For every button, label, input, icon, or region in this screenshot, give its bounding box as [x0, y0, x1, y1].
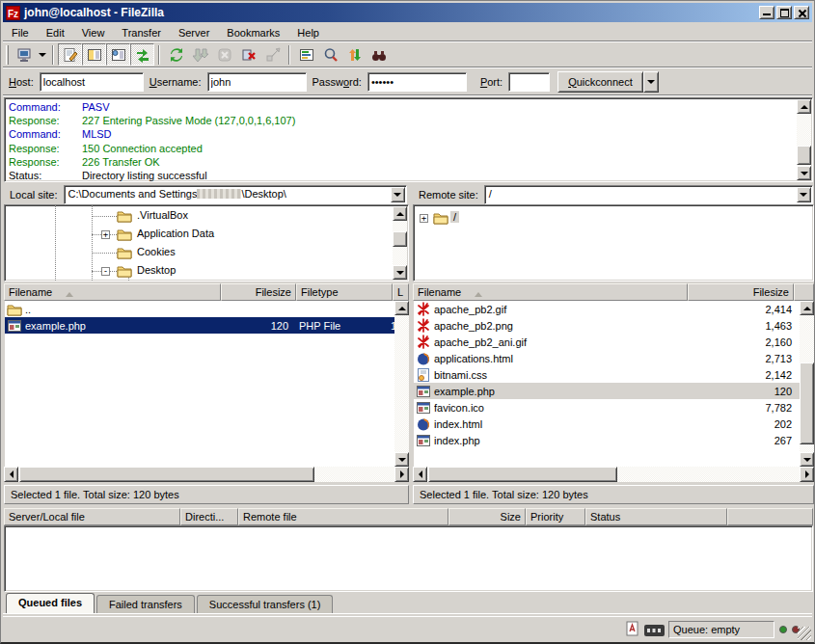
toggle-queue-button[interactable] [130, 43, 154, 66]
refresh-button[interactable] [164, 43, 188, 66]
toolbar-grip[interactable] [6, 45, 9, 65]
file-row[interactable]: index.html202 [414, 416, 800, 432]
directory-filter-button[interactable] [294, 43, 318, 66]
column-header-priority[interactable]: Priority [526, 508, 585, 525]
file-row[interactable]: apache_pb2_ani.gif2,160 [414, 334, 800, 350]
quickconnect-button[interactable]: Quickconnect [557, 71, 643, 93]
column-header-filesize[interactable]: Filesize [221, 283, 296, 301]
indicator-badge-icon[interactable] [644, 625, 665, 638]
scroll-right-button[interactable] [800, 467, 814, 482]
quickconnect-dropdown[interactable] [643, 71, 659, 93]
local-list-hscrollbar[interactable] [4, 467, 409, 482]
scroll-up-button[interactable] [800, 301, 814, 315]
menu-transfer[interactable]: Transfer [113, 25, 170, 40]
expand-icon[interactable]: + [420, 214, 428, 223]
menu-edit[interactable]: Edit [38, 25, 73, 40]
tree-item-desktop[interactable]: - Desktop [5, 263, 408, 280]
folder-icon [433, 210, 448, 226]
file-row[interactable]: index.php267 [414, 432, 800, 448]
title-bar[interactable]: Fz john@localhost - FileZilla [3, 3, 812, 22]
menu-server[interactable]: Server [170, 25, 218, 40]
scroll-up-button[interactable] [393, 206, 407, 221]
local-tree-scrollbar[interactable] [393, 206, 407, 280]
tab-successful-transfers[interactable]: Successful transfers (1) [197, 595, 334, 613]
column-header-filetype[interactable]: Filetype [296, 283, 393, 301]
expand-icon[interactable]: + [101, 230, 110, 239]
reconnect-button[interactable] [260, 43, 285, 66]
menu-bookmarks[interactable]: Bookmarks [218, 25, 288, 40]
scroll-right-button[interactable] [394, 467, 409, 482]
column-header-filesize[interactable]: Filesize [688, 283, 794, 301]
file-row[interactable]: apache_pb2.gif2,414 [414, 301, 800, 317]
file-row-parent[interactable]: .. [5, 301, 394, 317]
menu-file[interactable]: File [3, 25, 38, 40]
compare-directories-button[interactable] [318, 43, 342, 66]
column-header-server-local-file[interactable]: Server/Local file [4, 508, 180, 525]
file-row-selected[interactable]: example.php120 [414, 383, 800, 399]
menu-view[interactable]: View [73, 25, 114, 40]
disconnect-button[interactable] [236, 43, 260, 66]
collapse-icon[interactable]: - [101, 267, 110, 276]
scroll-thumb[interactable] [428, 467, 617, 482]
queue-tabs: Queued files Failed transfers Successful… [3, 593, 812, 614]
scroll-down-button[interactable] [797, 166, 811, 180]
local-site-combo[interactable]: C:\Documents and Settings\Desktop\ [64, 185, 407, 204]
local-site-dropdown[interactable] [391, 187, 405, 202]
tree-item-application-data[interactable]: + Application Data [5, 227, 408, 243]
column-header-direction[interactable]: Directi... [180, 508, 238, 525]
tree-item-cookies[interactable]: Cookies [5, 245, 408, 261]
cancel-button[interactable] [212, 43, 236, 66]
toggle-log-button[interactable] [58, 43, 82, 66]
tab-queued-files[interactable]: Queued files [6, 593, 95, 613]
close-button[interactable] [794, 6, 809, 19]
toggle-remote-tree-button[interactable] [106, 43, 130, 66]
minimize-button[interactable] [759, 6, 774, 19]
tree-item-root[interactable]: + / [414, 210, 813, 227]
find-files-button[interactable] [367, 43, 391, 66]
scroll-thumb[interactable] [797, 146, 811, 165]
password-input[interactable] [367, 72, 467, 92]
process-queue-button[interactable] [188, 43, 212, 66]
file-row[interactable]: apache_pb2.png1,463 [414, 317, 800, 334]
menu-help[interactable]: Help [288, 25, 328, 40]
file-row[interactable]: bitnami.css2,142 [414, 366, 800, 383]
scroll-down-button[interactable] [393, 265, 407, 280]
remote-list-hscrollbar[interactable] [413, 467, 814, 482]
file-row[interactable]: favicon.ico7,782 [414, 399, 800, 416]
remote-list-vscrollbar[interactable] [800, 301, 814, 467]
scroll-down-button[interactable] [800, 452, 814, 467]
synchronized-browsing-button[interactable] [342, 43, 367, 66]
column-header-filename[interactable]: Filename [413, 283, 688, 301]
local-list-vscrollbar[interactable] [394, 301, 409, 467]
scroll-up-button[interactable] [394, 301, 409, 315]
site-manager-button[interactable] [12, 43, 36, 66]
file-row[interactable]: applications.html2,713 [414, 350, 800, 366]
column-header-status[interactable]: Status [585, 508, 727, 525]
data-type-icon[interactable] [626, 621, 639, 639]
resize-grip[interactable] [798, 627, 811, 640]
column-header-filename[interactable]: Filename [4, 283, 221, 301]
column-header-modified[interactable]: L [393, 283, 409, 301]
scroll-thumb[interactable] [19, 467, 314, 482]
remote-site-label: Remote site: [413, 189, 484, 201]
remote-site-combo[interactable]: / [484, 185, 813, 204]
username-input[interactable] [207, 72, 307, 92]
column-header-remote-file[interactable]: Remote file [238, 508, 448, 525]
maximize-button[interactable] [776, 6, 792, 19]
scroll-thumb[interactable] [800, 362, 814, 444]
file-row-selected[interactable]: example.php 120 PHP File 1 [5, 317, 394, 334]
scroll-up-button[interactable] [797, 99, 811, 114]
site-manager-dropdown[interactable] [36, 43, 48, 66]
column-header-size[interactable]: Size [448, 508, 526, 525]
tab-failed-transfers[interactable]: Failed transfers [96, 595, 195, 613]
log-scrollbar[interactable] [797, 99, 811, 180]
scroll-thumb[interactable] [393, 231, 407, 247]
scroll-left-button[interactable] [413, 467, 427, 482]
scroll-down-button[interactable] [394, 452, 409, 467]
toggle-local-tree-button[interactable] [82, 43, 106, 66]
scroll-left-button[interactable] [4, 467, 18, 482]
remote-site-dropdown[interactable] [797, 187, 811, 202]
tree-item-virtualbox[interactable]: .VirtualBox [5, 208, 408, 225]
port-input[interactable] [508, 72, 550, 92]
host-input[interactable] [40, 72, 144, 92]
